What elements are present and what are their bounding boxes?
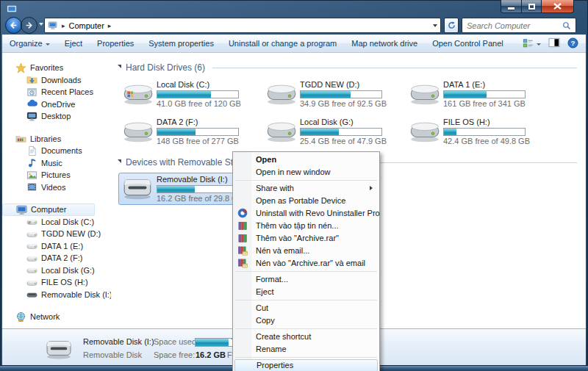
- sidebar-item-videos[interactable]: Videos: [2, 181, 111, 194]
- sidebar-item-label: Recent Places: [41, 87, 93, 96]
- sidebar-item-music[interactable]: Music: [2, 157, 111, 170]
- space-used-label: Space used:: [154, 337, 198, 346]
- back-button[interactable]: [5, 17, 22, 34]
- menu-item-rename[interactable]: Rename: [233, 343, 379, 356]
- drive-tile-file-os-h[interactable]: FILE OS (H:)42.4 GB free of 49.8 GB: [405, 115, 545, 148]
- sidebar-item-label: Local Disk (G:): [41, 266, 95, 275]
- menu-item-label: Open: [256, 155, 276, 164]
- search-box[interactable]: [462, 18, 576, 33]
- menu-item-create-shortcut[interactable]: Create shortcut: [233, 331, 379, 343]
- libraries-icon: [15, 133, 26, 144]
- sidebar-section-network[interactable]: Network: [2, 311, 111, 323]
- drive-tile-local-disk-c[interactable]: Local Disk (C:)41.0 GB free of 120 GB: [118, 78, 258, 110]
- forward-button[interactable]: [21, 17, 37, 34]
- drive-tile-tgdd-new-d[interactable]: TGDD NEW (D:)34.9 GB free of 92.5 GB: [262, 78, 401, 110]
- drive-caption: 42.4 GB free of 49.8 GB: [443, 137, 530, 145]
- maximize-button[interactable]: [522, 0, 542, 13]
- toolbar-properties[interactable]: Properties: [90, 35, 141, 53]
- menu-item-n-n-v-o-archive-rar-v-email[interactable]: Nén vào "Archive.rar" và email: [233, 257, 379, 270]
- menu-item-label: Nén vào "Archive.rar" và email: [256, 259, 365, 267]
- menu-item-eject[interactable]: Eject: [233, 286, 379, 298]
- organize-dropdown-icon: [46, 43, 50, 46]
- sidebar-item-label: Documents: [41, 146, 82, 155]
- drive-capacity-bar: [443, 128, 526, 136]
- breadcrumb-computer[interactable]: Computer: [69, 21, 104, 30]
- sidebar-item-pictures[interactable]: Pictures: [2, 169, 111, 181]
- toolbar-system-properties[interactable]: System properties: [141, 35, 221, 53]
- toolbar-eject[interactable]: Eject: [57, 35, 90, 53]
- toolbar-label: Eject: [65, 35, 82, 53]
- sidebar-section-label: Network: [30, 312, 60, 321]
- drive-capacity-fill: [157, 91, 211, 98]
- close-button[interactable]: [542, 0, 574, 13]
- drive-icon: [26, 264, 37, 275]
- group-collapse-icon[interactable]: [118, 159, 121, 163]
- refresh-button[interactable]: [444, 18, 459, 33]
- preview-pane-button[interactable]: [548, 37, 560, 49]
- menu-item-n-n-v-email[interactable]: Nén và email...: [233, 245, 379, 257]
- sidebar-item-documents[interactable]: Documents: [2, 145, 111, 157]
- menu-item-open[interactable]: Open: [233, 154, 379, 166]
- views-icon: [523, 38, 534, 48]
- help-button[interactable]: ?: [567, 37, 578, 50]
- toolbar-map-network-drive[interactable]: Map network drive: [344, 35, 425, 53]
- sidebar-section-favorites[interactable]: Favorites: [2, 62, 111, 74]
- window-icon: [7, 3, 18, 13]
- drive-windows-icon: [26, 216, 37, 227]
- toolbar-open-control-panel[interactable]: Open Control Panel: [425, 35, 511, 53]
- sidebar-item-tgdd-new-d[interactable]: TGDD NEW (D:): [2, 228, 111, 240]
- menu-item-properties[interactable]: Properties: [234, 359, 378, 371]
- drive-tile-local-disk-g[interactable]: Local Disk (G:)25.4 GB free of 47.9 GB: [262, 115, 401, 148]
- drive-capacity-bar: [157, 185, 239, 193]
- sidebar-item-data-1-e[interactable]: DATA 1 (E:): [2, 240, 111, 253]
- drive-name: TGDD NEW (D:): [300, 80, 387, 90]
- sidebar-item-data-2-f[interactable]: DATA 2 (F:): [2, 252, 111, 264]
- sidebar-section-computer[interactable]: Computer: [2, 203, 95, 216]
- sidebar-item-file-os-h[interactable]: FILE OS (H:): [2, 276, 111, 289]
- minimize-button[interactable]: [501, 0, 522, 13]
- views-button[interactable]: [523, 38, 541, 48]
- breadcrumb-separator-icon: ▸: [108, 22, 112, 29]
- menu-item-th-m-v-o-t-p-tin-n-n[interactable]: Thêm vào tập tin nén...: [233, 220, 379, 232]
- menu-item-open-as-portable-device[interactable]: Open as Portable Device: [233, 195, 379, 207]
- maximize-icon: [528, 4, 535, 10]
- address-dropdown-icon[interactable]: [433, 24, 437, 27]
- drive-tile-data-2-f[interactable]: DATA 2 (F:)148 GB free of 277 GB: [118, 115, 258, 148]
- group-collapse-icon[interactable]: [118, 65, 121, 68]
- address-bar[interactable]: ▸ Computer ▸: [44, 18, 441, 33]
- menu-item-cut[interactable]: Cut: [233, 302, 379, 314]
- menu-item-copy[interactable]: Copy: [233, 314, 379, 327]
- menu-item-open-in-new-window[interactable]: Open in new window: [233, 166, 379, 179]
- sidebar-item-downloads[interactable]: Downloads: [2, 74, 111, 87]
- space-free-value: 16.2 GB: [196, 350, 226, 359]
- menu-item-th-m-v-o-archive-rar[interactable]: Thêm vào "Archive.rar": [233, 232, 379, 245]
- drive-info: DATA 2 (F:)148 GB free of 277 GB: [157, 118, 239, 145]
- toolbar-uninstall-or-change-a-program[interactable]: Uninstall or change a program: [221, 35, 344, 53]
- drive-tile-data-1-e[interactable]: DATA 1 (E:)161 GB free of 341 GB: [405, 78, 545, 110]
- toolbar-label: Open Control Panel: [432, 35, 503, 53]
- menu-item-label: Rename: [256, 345, 287, 353]
- menu-item-format[interactable]: Format...: [233, 273, 379, 286]
- sidebar-item-removable-disk-i[interactable]: Removable Disk (I:): [2, 289, 111, 301]
- menu-item-uninstall-with-revo-uninstaller-pro[interactable]: Uninstall with Revo Uninstaller Pro: [233, 207, 379, 220]
- sidebar-section-label: Favorites: [30, 63, 63, 72]
- sidebar-item-local-disk-c[interactable]: Local Disk (C:): [2, 216, 111, 228]
- sidebar-item-recent-places[interactable]: Recent Places: [2, 86, 111, 98]
- sidebar-item-desktop[interactable]: Desktop: [2, 110, 111, 123]
- sidebar-item-local-disk-g[interactable]: Local Disk (G:): [2, 264, 111, 277]
- drive-capacity-bar: [443, 90, 526, 98]
- sidebar-item-onedrive[interactable]: OneDrive: [2, 98, 111, 111]
- views-dropdown-icon: [537, 43, 541, 46]
- videos-icon: [26, 181, 37, 192]
- sidebar-section-libraries[interactable]: Libraries: [2, 133, 111, 145]
- group-header-hard-disk-drives-6[interactable]: Hard Disk Drives (6): [117, 60, 580, 74]
- sidebar-item-label: Desktop: [41, 112, 71, 120]
- menu-item-share-with[interactable]: Share with: [233, 182, 379, 195]
- recent-pages-chevron-icon[interactable]: [39, 23, 43, 26]
- recent-places-icon: [26, 87, 37, 98]
- drive-info: TGDD NEW (D:)34.9 GB free of 92.5 GB: [300, 80, 387, 108]
- drive-icon: [264, 118, 298, 143]
- toolbar-organize[interactable]: Organize: [2, 35, 57, 53]
- drive-icon: [407, 118, 441, 143]
- search-input[interactable]: [467, 21, 562, 30]
